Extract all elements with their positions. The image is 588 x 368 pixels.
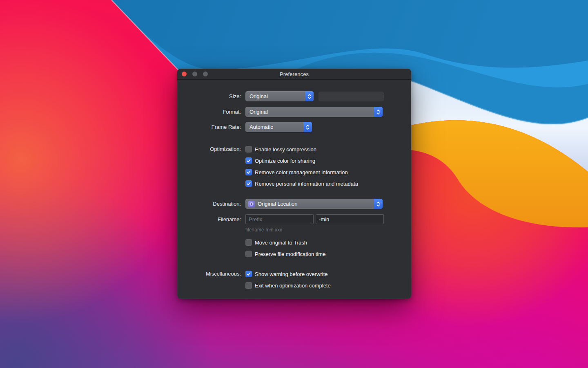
- preserve-modification-time-checkbox[interactable]: [245, 251, 252, 257]
- traffic-lights: [177, 72, 208, 76]
- minimize-button: [192, 72, 197, 76]
- checkbox-row: Preserve file modification time: [245, 250, 325, 258]
- filename-options-group: Move original to Trash Preserve file mod…: [177, 239, 411, 258]
- destination-row: Destination: Original Location: [177, 199, 411, 209]
- checkbox-label[interactable]: Show warning before overwrite: [255, 271, 327, 277]
- filename-suffix-input[interactable]: [316, 214, 384, 224]
- zoom-button: [203, 72, 208, 76]
- checkbox-row: Enable lossy compression: [245, 146, 358, 153]
- frame-rate-popup-value: Automatic: [249, 124, 273, 130]
- move-to-trash-checkbox[interactable]: [245, 239, 252, 246]
- miscellaneous-label: Miscellaneous:: [177, 270, 241, 278]
- checkbox-label[interactable]: Preserve file modification time: [255, 251, 325, 257]
- warn-before-overwrite-checkbox[interactable]: [245, 271, 252, 277]
- filename-pattern-hint: filename-min.xxx: [245, 227, 282, 233]
- window-title: Preferences: [177, 71, 411, 77]
- remove-color-management-checkbox[interactable]: [245, 169, 252, 175]
- checkbox-row: Exit when optimization complete: [245, 282, 331, 289]
- lossy-compression-checkbox[interactable]: [245, 146, 252, 153]
- popup-chevrons-icon: [305, 91, 314, 101]
- size-custom-field: [318, 92, 384, 101]
- remove-personal-info-checkbox[interactable]: [245, 180, 252, 187]
- checkbox-row: Show warning before overwrite: [245, 270, 331, 278]
- destination-label: Destination:: [177, 201, 241, 207]
- checkbox-label[interactable]: Optimize color for sharing: [255, 158, 315, 164]
- format-popup[interactable]: Original: [245, 107, 383, 117]
- checkbox-label[interactable]: Remove color management information: [255, 169, 348, 175]
- size-popup-value: Original: [249, 93, 268, 99]
- format-label: Format:: [177, 109, 241, 115]
- format-row: Format: Original: [177, 107, 411, 117]
- popup-chevrons-icon: [303, 122, 312, 132]
- original-location-app-icon: [248, 201, 255, 207]
- checkbox-row: Remove personal information and metadata: [245, 180, 358, 187]
- frame-rate-popup[interactable]: Automatic: [245, 122, 312, 132]
- titlebar[interactable]: Preferences: [177, 69, 411, 80]
- popup-chevrons-icon: [374, 199, 383, 209]
- preferences-form: Size: Original Format: Original Frame Ra…: [177, 80, 411, 289]
- frame-rate-label: Frame Rate:: [177, 124, 241, 130]
- close-button[interactable]: [182, 72, 187, 76]
- optimization-checkboxes: Enable lossy compression Optimize color …: [245, 146, 358, 187]
- popup-chevrons-icon: [374, 107, 383, 117]
- preferences-window: Preferences Size: Original Format: Origi…: [177, 69, 411, 299]
- destination-popup-value: Original Location: [258, 201, 298, 207]
- format-popup-value: Original: [249, 109, 268, 115]
- miscellaneous-checkboxes: Show warning before overwrite Exit when …: [245, 270, 331, 289]
- filename-prefix-input[interactable]: [245, 214, 314, 224]
- optimization-label: Optimization:: [177, 146, 241, 153]
- filename-checkboxes: Move original to Trash Preserve file mod…: [245, 239, 325, 258]
- size-popup[interactable]: Original: [245, 91, 314, 101]
- checkmark-icon: [246, 158, 251, 163]
- checkmark-icon: [246, 181, 251, 186]
- filename-row: Filename:: [177, 214, 411, 224]
- checkbox-label[interactable]: Exit when optimization complete: [255, 283, 331, 289]
- optimization-group: Optimization: Enable lossy compression O…: [177, 146, 411, 187]
- checkbox-row: Move original to Trash: [245, 239, 325, 246]
- checkbox-label[interactable]: Remove personal information and metadata: [255, 181, 358, 187]
- checkmark-icon: [246, 272, 251, 276]
- exit-when-complete-checkbox[interactable]: [245, 282, 252, 289]
- checkbox-label[interactable]: Move original to Trash: [255, 240, 307, 246]
- optimize-color-checkbox[interactable]: [245, 157, 252, 164]
- frame-rate-row: Frame Rate: Automatic: [177, 122, 411, 132]
- destination-popup[interactable]: Original Location: [245, 199, 383, 209]
- checkmark-icon: [246, 170, 251, 175]
- size-label: Size:: [177, 93, 241, 99]
- filename-label: Filename:: [177, 216, 241, 222]
- checkbox-label[interactable]: Enable lossy compression: [255, 146, 316, 153]
- checkbox-row: Optimize color for sharing: [245, 157, 358, 164]
- checkbox-row: Remove color management information: [245, 168, 358, 176]
- miscellaneous-group: Miscellaneous: Show warning before overw…: [177, 270, 411, 289]
- filename-hint-row: filename-min.xxx: [177, 227, 411, 233]
- size-row: Size: Original: [177, 91, 411, 101]
